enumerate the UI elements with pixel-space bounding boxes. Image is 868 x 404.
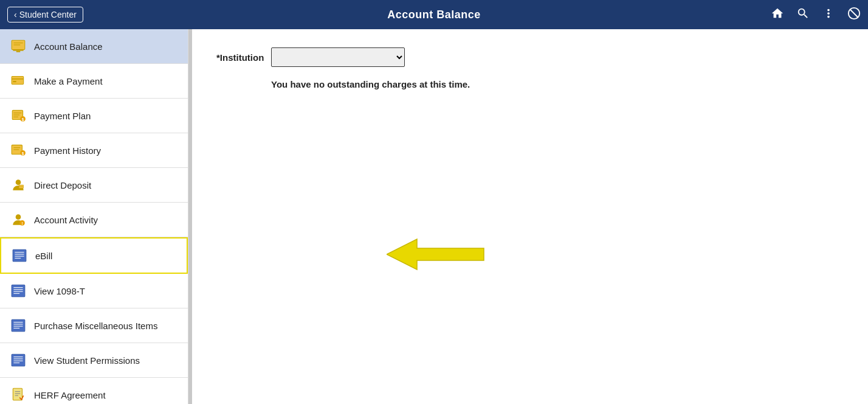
sidebar-item-label: View Student Permissions (34, 355, 140, 366)
svg-rect-37 (12, 319, 25, 332)
content-area: *Institution You have no outstanding cha… (192, 29, 868, 404)
page-title: Account Balance (387, 9, 481, 21)
svg-text:$: $ (22, 152, 24, 156)
direct-deposit-icon (10, 176, 27, 193)
svg-rect-32 (12, 285, 25, 297)
svg-text:!: ! (21, 221, 22, 226)
sidebar-item-view-1098t[interactable]: View 1098-T (0, 274, 188, 308)
more-icon[interactable] (822, 7, 835, 23)
top-header: ‹ Student Center Account Balance (0, 0, 868, 29)
account-activity-icon: ! (10, 211, 27, 228)
svg-point-21 (16, 179, 21, 185)
institution-label: *Institution (216, 52, 264, 63)
sidebar-item-label: Payment History (34, 145, 101, 156)
sidebar-item-label: Direct Deposit (34, 180, 91, 190)
herf-icon (10, 386, 27, 403)
sidebar-item-direct-deposit[interactable]: Direct Deposit (0, 168, 188, 203)
sidebar-item-make-payment[interactable]: Make a Payment (0, 64, 188, 99)
sidebar-item-herf-agreement[interactable]: HERF Agreement (0, 378, 188, 404)
sidebar-item-label: eBill (35, 251, 52, 261)
sidebar-item-view-permissions[interactable]: View Student Permissions (0, 343, 188, 378)
sidebar-item-label: Purchase Miscellaneous Items (34, 321, 157, 331)
sidebar-item-label: Account Balance (34, 41, 103, 52)
ebill-icon (11, 247, 28, 264)
svg-marker-51 (387, 239, 484, 270)
search-icon[interactable] (796, 7, 810, 23)
arrow-annotation (387, 236, 496, 273)
chevron-left-icon: ‹ (14, 10, 17, 19)
svg-point-24 (16, 214, 21, 220)
institution-row: *Institution (216, 47, 844, 67)
payment-history-icon: $ (10, 142, 27, 159)
main-layout: Account Balance Make a Payment (0, 29, 868, 404)
header-icons (771, 7, 861, 23)
institution-select[interactable] (271, 47, 405, 67)
make-payment-icon (10, 72, 27, 89)
svg-rect-7 (12, 76, 23, 84)
purchase-misc-icon (10, 317, 27, 334)
sidebar-item-account-activity[interactable]: ! Account Activity (0, 203, 188, 237)
sidebar-item-purchase-misc[interactable]: Purchase Miscellaneous Items (0, 308, 188, 343)
sidebar-item-payment-plan[interactable]: $ Payment Plan (0, 99, 188, 133)
sidebar: Account Balance Make a Payment (0, 29, 188, 404)
sidebar-item-account-balance[interactable]: Account Balance (0, 29, 188, 64)
back-button[interactable]: ‹ Student Center (7, 7, 83, 23)
no-charges-message: You have no outstanding charges at this … (271, 79, 844, 89)
svg-rect-27 (13, 249, 26, 262)
block-icon[interactable] (847, 7, 861, 23)
sidebar-item-payment-history[interactable]: $ Payment History (0, 133, 188, 168)
sidebar-item-ebill[interactable]: eBill (0, 237, 188, 274)
sidebar-item-label: Make a Payment (34, 76, 103, 86)
sidebar-item-label: Account Activity (34, 215, 98, 225)
view-permissions-icon (10, 352, 27, 369)
sidebar-item-label: HERF Agreement (34, 390, 106, 400)
view-1098t-icon (10, 282, 27, 299)
back-label: Student Center (19, 10, 77, 19)
balance-icon (10, 38, 27, 55)
sidebar-item-label: View 1098-T (34, 286, 85, 296)
svg-rect-4 (16, 51, 21, 52)
home-icon[interactable] (771, 7, 784, 23)
svg-text:$: $ (22, 117, 24, 122)
svg-rect-42 (12, 354, 25, 366)
svg-rect-3 (13, 49, 23, 50)
svg-rect-9 (13, 81, 16, 82)
sidebar-item-label: Payment Plan (34, 111, 91, 121)
payment-plan-icon: $ (10, 107, 27, 124)
